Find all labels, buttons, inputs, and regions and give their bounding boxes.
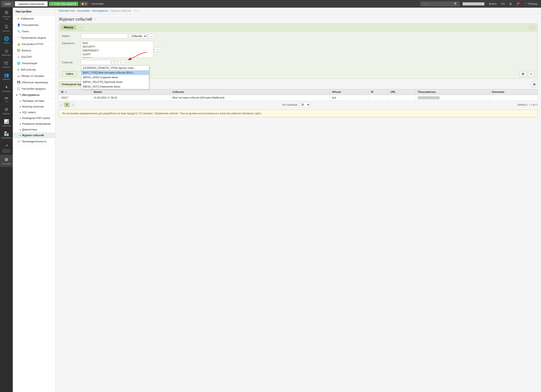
- event-dropdown-item-1[interactable]: [LEARNING_REMOVE_ITEM] Удален элем...: [81, 66, 149, 70]
- breadcrumb-path: Путь: [133, 9, 139, 12]
- sidebar-icon-settings[interactable]: ⚙ Настройки: [0, 155, 13, 167]
- sidebar-icon-bitrix24[interactable]: ↗ Переход в Битрикс24: [0, 141, 13, 155]
- sidebar-item-localizaciya[interactable]: 🌐 Локализация: [13, 60, 55, 66]
- analytics-label: Аналитика: [2, 125, 11, 127]
- filter-tab[interactable]: Фильтр: [61, 25, 76, 30]
- filter-event-input[interactable]: [81, 60, 111, 65]
- sidebar-icon-content[interactable]: ☰ Контент: [0, 22, 13, 34]
- event-dropdown-item-2[interactable]: [MAY_TYPE] Мое тестовое событие (BXm...: [81, 70, 149, 75]
- sidebar-item-proaktivnaya[interactable]: 🛡 Проактивная защита: [13, 35, 55, 41]
- cell-description: [489, 95, 537, 101]
- filter-body: Найти: Событие — Срочность: (все): [59, 31, 537, 69]
- page-next-button[interactable]: ›: [70, 102, 75, 107]
- adldap-icon: 🗂: [17, 55, 20, 58]
- col-object[interactable]: Объект: [330, 89, 369, 95]
- sidebar-item-adldap[interactable]: 🗂 AD/LDAP: [13, 54, 55, 60]
- event-dropdown-item-4[interactable]: [MENU_DELETE] Удаление меню: [81, 80, 149, 84]
- sidebar-group-instrumenty[interactable]: ▼ 🔧 Инструменты: [13, 92, 55, 98]
- breadcrumb-desktop[interactable]: Рабочий стол: [59, 9, 75, 12]
- per-page-control: На странице: 20 50 100: [282, 102, 310, 107]
- sidebar-item-valyuty[interactable]: 💱 Валюты: [13, 47, 55, 54]
- sidebar-item-veb-klaster[interactable]: 🖧 Веб-кластер: [13, 66, 55, 73]
- col-id[interactable]: ID ▼: [59, 89, 92, 95]
- filter-event-type-select[interactable]: Событие: [129, 34, 147, 39]
- notifications-count[interactable]: 🔔 4: [79, 2, 88, 6]
- col-url[interactable]: URL: [388, 89, 416, 95]
- lock-icon: 🔒: [17, 42, 21, 46]
- sidebar-item-izbrannoye[interactable]: ★ Избранное: [13, 15, 55, 22]
- filter-event-remove-button[interactable]: —: [118, 60, 125, 65]
- per-page-select[interactable]: 20 50 100: [299, 102, 310, 107]
- cell-url: [388, 95, 416, 101]
- sidebar-item-oblachnye[interactable]: 💾 Облачные хранилища: [13, 79, 55, 86]
- col-event[interactable]: Событие: [170, 89, 330, 95]
- sidebar-icon-services[interactable]: ⚙ Сервисы: [0, 105, 13, 117]
- logout-button[interactable]: Выйти: [487, 1, 498, 6]
- event-help-button[interactable]: ?: [112, 60, 117, 65]
- page-prev-button[interactable]: ‹: [59, 102, 63, 107]
- filter-extra-button[interactable]: +: [528, 71, 534, 77]
- sidebar-item-zhurnal[interactable]: ■ Журнал событий: [13, 132, 55, 138]
- breadcrumb-tools[interactable]: Инструменты: [92, 9, 108, 12]
- sidebar-item-poisk[interactable]: 🔍 Поиск: [13, 28, 55, 35]
- filter-collapse-button[interactable]: —: [529, 25, 535, 30]
- cell-time: 21.09.2024 17:36:42: [91, 95, 170, 101]
- event-dropdown-item-3[interactable]: [MENU_ADD] Создание меню: [81, 75, 149, 80]
- col-user[interactable]: Пользователь: [416, 89, 490, 95]
- search-button[interactable]: 🔍: [452, 1, 460, 6]
- col-time[interactable]: Время: [91, 89, 170, 95]
- admin-tab[interactable]: Администрирование: [15, 1, 48, 6]
- sidebar-item-proizvoditelnost[interactable]: 📈 Производительность: [13, 138, 55, 145]
- sidebar-item-nastroyki-prod[interactable]: 📋 Настройки продукта: [13, 86, 55, 92]
- urgency-option-emergency[interactable]: EMERGENCY: [81, 49, 153, 52]
- filter-find-remove-button[interactable]: —: [148, 34, 155, 38]
- filter-urgency-label: Срочность:: [62, 41, 81, 45]
- table-settings-button[interactable]: ⚙: [531, 81, 538, 87]
- search-input[interactable]: [421, 1, 452, 6]
- sidebar-item-https[interactable]: 🔒 Настройка HTTPS: [13, 41, 55, 47]
- sidebar-icon-vk[interactable]: VK VK: [0, 94, 13, 105]
- filter-find-button[interactable]: Найти: [62, 71, 77, 77]
- shield-status[interactable]: Сайт под защитой: [49, 2, 78, 6]
- urgency-listbox[interactable]: (все) SECURITY EMERGENCY ALERT CRITICAL: [81, 41, 153, 58]
- breadcrumb-settings[interactable]: Настройки: [77, 9, 90, 12]
- filter-find-input[interactable]: [81, 34, 128, 39]
- favorite-star-button[interactable]: ☆: [94, 17, 97, 21]
- language-selector[interactable]: RU: [499, 1, 507, 6]
- urgency-option-all[interactable]: (все): [81, 41, 153, 45]
- nav-label: Валюты: [22, 49, 31, 52]
- topbar-icon-pin[interactable]: 📌: [515, 1, 521, 6]
- filter-add-button[interactable]: +: [78, 25, 83, 30]
- sidebar-item-php[interactable]: ■ Командная PHP-строка: [13, 115, 55, 121]
- sidebar-icon-analytics[interactable]: 📊 Аналитика: [0, 117, 13, 129]
- shop-icon: 🛒: [4, 60, 9, 66]
- sidebar-item-oblako[interactable]: ☁ Облако 1С-Битрикс: [13, 73, 55, 79]
- sidebar-icon-marketplace[interactable]: 🏪 Marketplace: [0, 129, 13, 141]
- topbar-settings-link[interactable]: Настройки: [89, 1, 105, 6]
- sidebar-item-polzovateli[interactable]: 👤 Пользователи: [13, 22, 55, 28]
- sidebar-item-diagnostika[interactable]: ■ Диагностика: [13, 127, 55, 132]
- sidebar-icon-clients[interactable]: 👥 Клиенты: [0, 70, 13, 82]
- page-1-button[interactable]: 1: [64, 102, 70, 107]
- sidebar-item-sql[interactable]: ■ SQL запрос: [13, 110, 55, 115]
- sidebar-icon-shop[interactable]: 🛒 Магазин: [0, 58, 13, 70]
- filter-urgency-remove-button[interactable]: —: [155, 47, 161, 51]
- site-button[interactable]: Сайт: [2, 1, 14, 7]
- sidebar-icon-marketing[interactable]: ◎ Маркетинг: [0, 46, 13, 58]
- sidebar-icon-sites[interactable]: 🌐 Сайты: [0, 34, 13, 46]
- sidebar-item-monitor[interactable]: ■ Монитор качества: [13, 104, 55, 110]
- sidebar-item-proverka[interactable]: ■ Проверка системы: [13, 98, 55, 104]
- filter-settings-button[interactable]: ⚙: [519, 71, 527, 77]
- sidebar-icon-bxmaker[interactable]: ✦ BXmaker: [0, 82, 13, 95]
- event-dropdown-item-5[interactable]: [MENU_EDIT] Изменение меню: [81, 84, 149, 89]
- col-ip[interactable]: IP: [369, 89, 388, 95]
- topbar-icon-monitor[interactable]: 🖥: [508, 1, 513, 6]
- sidebar-icon-desktop[interactable]: ⊞ Рабочий стол: [0, 8, 13, 22]
- urgency-option-alert[interactable]: ALERT: [81, 52, 153, 56]
- help-button[interactable]: ❓ Помощь: [522, 1, 539, 6]
- urgency-option-critical[interactable]: CRITICAL: [81, 56, 153, 58]
- col-description[interactable]: Описание: [489, 89, 537, 95]
- urgency-option-security[interactable]: SECURITY: [81, 45, 153, 49]
- sidebar-item-rezerv[interactable]: ■ Резервное копирование: [13, 121, 55, 127]
- nav-label: Облачные хранилища: [22, 81, 48, 84]
